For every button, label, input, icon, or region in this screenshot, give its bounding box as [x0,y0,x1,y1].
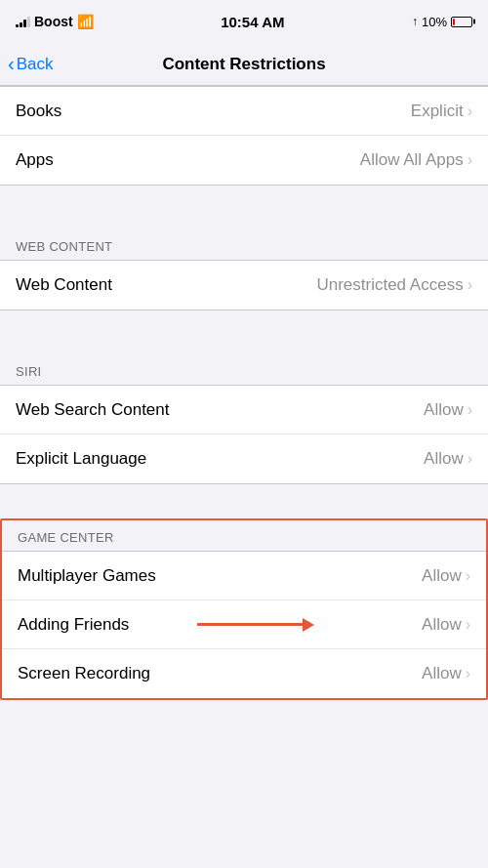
web-content-group: Web Content Unrestricted Access › [0,260,488,310]
page-title: Content Restrictions [162,55,325,74]
siri-group: Web Search Content Allow › Explicit Lang… [0,385,488,484]
apps-value: Allow All Apps › [360,150,472,170]
content-area: Books Explicit › Apps Allow All Apps › W… [0,86,488,868]
spacer-3 [0,484,488,518]
apps-chevron-icon: › [468,151,472,169]
books-row[interactable]: Books Explicit › [0,87,488,136]
web-search-content-row[interactable]: Web Search Content Allow › [0,386,488,434]
adding-friends-chevron-icon: › [466,616,470,634]
web-search-content-value-text: Allow [424,400,464,420]
explicit-language-chevron-icon: › [468,450,472,468]
screen-recording-value: Allow › [422,664,470,683]
multiplayer-games-label: Multiplayer Games [18,566,156,586]
books-value-text: Explicit [411,102,464,121]
annotation-arrow [197,615,314,635]
battery-icon [451,17,472,27]
multiplayer-games-row[interactable]: Multiplayer Games Allow › [2,552,486,600]
status-bar: Boost 📶 10:54 AM ↑ 10% [0,0,488,43]
apps-label: Apps [16,150,54,170]
apps-value-text: Allow All Apps [360,150,464,170]
books-value: Explicit › [411,102,472,121]
explicit-language-value-text: Allow [424,449,464,469]
siri-header: SIRI [0,345,488,385]
screen-recording-label: Screen Recording [18,664,150,683]
web-content-header: WEB CONTENT [0,220,488,260]
game-center-header: GAME CENTER [2,520,486,551]
web-content-row[interactable]: Web Content Unrestricted Access › [0,261,488,310]
game-center-group: Multiplayer Games Allow › Adding Friends… [2,551,486,698]
web-content-value: Unrestricted Access › [316,275,472,295]
spacer-1 [0,186,488,220]
adding-friends-value: Allow › [422,615,470,635]
main-group: Books Explicit › Apps Allow All Apps › [0,86,488,186]
clock: 10:54 AM [221,14,284,30]
web-search-content-value: Allow › [424,400,472,420]
screen-recording-chevron-icon: › [466,665,470,682]
web-content-label: Web Content [16,275,112,295]
wifi-icon: 📶 [77,14,94,29]
arrow-line [197,623,303,626]
signal-bars [16,16,30,27]
carrier-name: Boost [34,14,73,29]
explicit-language-row[interactable]: Explicit Language Allow › [0,434,488,483]
web-search-chevron-icon: › [468,401,472,419]
web-content-chevron-icon: › [468,276,472,294]
battery-area: ↑ 10% [412,15,472,29]
game-center-section: GAME CENTER Multiplayer Games Allow › Ad… [0,518,488,700]
books-chevron-icon: › [468,103,472,120]
apps-row[interactable]: Apps Allow All Apps › [0,136,488,185]
back-button[interactable]: ‹ Back [8,55,53,74]
web-search-content-label: Web Search Content [16,400,170,420]
multiplayer-games-value: Allow › [422,566,470,586]
back-chevron-icon: ‹ [8,54,15,73]
adding-friends-row[interactable]: Adding Friends Allow › [2,600,486,649]
battery-percent: 10% [422,15,447,29]
explicit-language-label: Explicit Language [16,449,146,469]
arrow-head-icon [303,618,314,632]
back-label: Back [17,55,54,74]
multiplayer-games-value-text: Allow [422,566,462,586]
screen-recording-row[interactable]: Screen Recording Allow › [2,649,486,698]
nav-bar: ‹ Back Content Restrictions [0,43,488,86]
web-content-value-text: Unrestricted Access [316,275,463,295]
battery-fill [453,19,455,25]
books-label: Books [16,102,61,121]
adding-friends-label: Adding Friends [18,615,129,635]
multiplayer-games-chevron-icon: › [466,567,470,585]
spacer-2 [0,310,488,345]
screen-recording-value-text: Allow [422,664,462,683]
adding-friends-value-text: Allow [422,615,462,635]
explicit-language-value: Allow › [424,449,472,469]
location-icon: ↑ [412,15,418,28]
carrier-signal: Boost 📶 [16,14,94,29]
